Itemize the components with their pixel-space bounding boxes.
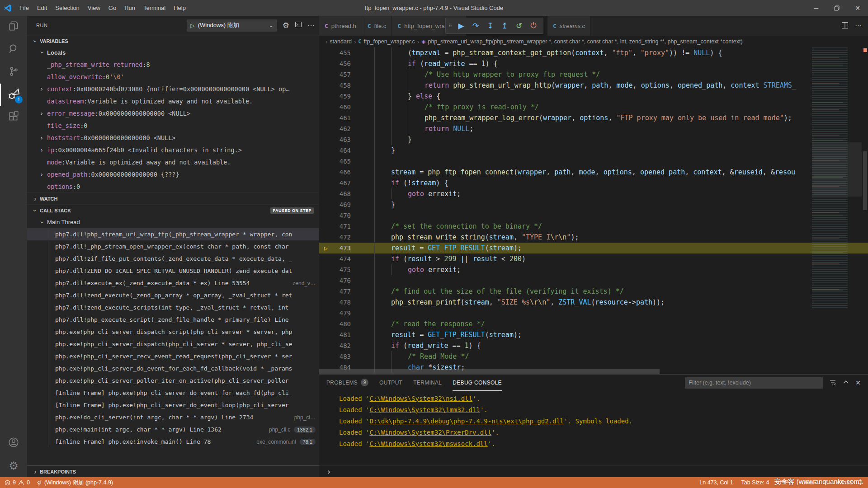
editor-gutter[interactable]: 480 (319, 319, 363, 329)
watch-section-header[interactable]: › WATCH (27, 192, 319, 204)
editor-gutter[interactable]: 461 (319, 113, 363, 123)
dll-path-link[interactable]: C:\Windows\System32\nsi.dll (369, 395, 472, 402)
dll-path-link[interactable]: D:\dk\php-7.4.9\debug\php-7.4.9-nts\ext\… (369, 418, 564, 425)
editor-gutter[interactable]: 472 (319, 232, 363, 243)
stack-frame-row[interactable]: php.exe!php_cli_server_do_event_for_each… (27, 362, 319, 375)
stack-frame-row[interactable]: php7.dll!php_execute_script(_zend_file_h… (27, 314, 319, 326)
variable-row[interactable]: ›opened_path: 0x0000000000000000 {???} (27, 168, 319, 180)
horizontal-scrollbar[interactable] (319, 369, 660, 374)
variable-row[interactable]: allow_overwrite: 0 '\0' (27, 70, 319, 83)
console-filter-input[interactable]: Filter (e.g. text, !exclude) (685, 377, 823, 389)
breadcrumb-item[interactable]: standard (330, 38, 352, 45)
variable-row[interactable]: file_size: 0 (27, 119, 319, 131)
panel-tab-output[interactable]: OUTPUT (379, 375, 402, 391)
editor-gutter[interactable]: 476 (319, 275, 363, 286)
split-editor-icon[interactable] (841, 22, 849, 30)
stack-frame-row[interactable]: php7.dll!php_stream_url_wrap_ftp(_php_st… (27, 228, 319, 240)
breakpoints-section-header[interactable]: › BREAKPOINTS (27, 465, 319, 477)
minimap-slider[interactable] (812, 142, 862, 197)
editor-gutter[interactable]: 467 (319, 178, 363, 188)
editor-gutter[interactable]: 459 (319, 91, 363, 102)
debug-config-dropdown[interactable]: ▷ (Windows) 附加 ⌄ (187, 19, 277, 32)
variable-row[interactable]: ›ip: 0x0000004a665f24b0 <Invalid charact… (27, 144, 319, 156)
menu-terminal[interactable]: Terminal (139, 0, 170, 16)
activity-explorer[interactable] (0, 16, 27, 38)
continue-button[interactable]: ▶ (454, 19, 468, 33)
stack-frame-row[interactable]: php7.dll!zif_file_put_contents(_zend_exe… (27, 253, 319, 265)
filter-icon[interactable] (829, 379, 836, 387)
editor-gutter[interactable]: 483 (319, 351, 363, 362)
menu-help[interactable]: Help (170, 0, 190, 16)
maximize-panel-icon[interactable] (843, 379, 849, 387)
restart-button[interactable]: ↺ (512, 19, 526, 33)
problems-status[interactable]: 9 0 (5, 479, 30, 486)
menu-file[interactable]: File (15, 0, 33, 16)
variable-row[interactable]: _php_stream_write returned: 8 (27, 58, 319, 70)
menu-edit[interactable]: Edit (33, 0, 51, 16)
minimize-button[interactable]: ─ (806, 0, 826, 16)
status-item-win32[interactable]: Win32 (837, 479, 853, 486)
stack-frame-row[interactable]: [Inline Frame] php.exe!invoke_main() Lin… (27, 436, 319, 448)
breadcrumb-item[interactable]: php_stream_url_wrap_ftp(php_stream_wrapp… (428, 38, 742, 45)
locals-scope-row[interactable]: › Locals (27, 47, 319, 58)
stack-frame-row[interactable]: php7.dll!zend_execute_scripts(int type, … (27, 301, 319, 314)
editor-gutter[interactable]: 466 (319, 167, 363, 178)
call-stack-section-header[interactable]: › CALL STACK PAUSED ON STEP (27, 204, 319, 216)
variables-section-header[interactable]: › VARIABLES (27, 35, 319, 47)
editor-gutter[interactable]: 478 (319, 297, 363, 308)
debug-console-icon[interactable] (295, 21, 302, 30)
variable-row[interactable]: ›context: 0x00000240bd073080 {notifier=0… (27, 83, 319, 95)
code-editor[interactable]: 455(tmpzval = php_stream_context_get_opt… (319, 47, 868, 374)
scrollbar-thumb[interactable] (863, 151, 867, 210)
activity-account[interactable] (0, 432, 27, 455)
editor-gutter[interactable]: 468 (319, 188, 363, 199)
dll-path-link[interactable]: C:\Windows\System32\mswsock.dll (369, 440, 487, 447)
variable-row[interactable]: ›hoststart: 0x0000000000000000 <NULL> (27, 131, 319, 144)
menu-selection[interactable]: Selection (51, 0, 83, 16)
more-actions-icon[interactable]: ⋯ (855, 22, 862, 30)
variable-row[interactable]: datastream: Variable is optimized away a… (27, 95, 319, 107)
stack-frame-row[interactable]: php7.dll!execute_ex(_zend_execute_data *… (27, 277, 319, 289)
editor-gutter[interactable]: 458 (319, 80, 363, 91)
variable-row[interactable]: options: 0 (27, 180, 319, 192)
dll-path-link[interactable]: C:\Windows\System32\imm32.dll (369, 406, 480, 413)
stack-frame-row[interactable]: php7.dll!ZEND_DO_ICALL_SPEC_RETVAL_UNUSE… (27, 265, 319, 277)
editor-gutter[interactable]: 460 (319, 102, 363, 113)
editor-gutter[interactable]: 475 (319, 264, 363, 275)
main-thread-row[interactable]: › Main Thread (27, 216, 319, 228)
editor-gutter[interactable]: 479 (319, 308, 363, 319)
stack-frame-row[interactable]: php7.dll!zend_execute(_zend_op_array * o… (27, 289, 319, 301)
panel-tab-terminal[interactable]: TERMINAL (413, 375, 442, 391)
debug-console-input[interactable]: › (319, 465, 868, 477)
status-item-utf-8[interactable]: UTF-8 (777, 479, 793, 486)
editor-gutter[interactable]: 469 (319, 199, 363, 210)
toolbar-grip-handle[interactable]: ⠿ (448, 23, 452, 29)
editor-gutter[interactable]: 474 (319, 253, 363, 264)
status-item-ln-473-col-1[interactable]: Ln 473, Col 1 (699, 479, 733, 486)
menu-view[interactable]: View (84, 0, 104, 16)
editor-gutter[interactable]: 471 (319, 221, 363, 232)
stack-frame-row[interactable]: php.exe!php_cli_server_dispatch(php_cli_… (27, 338, 319, 350)
activity-run-debug[interactable]: 1 (0, 84, 27, 106)
status-item-crlf[interactable]: CRLF (802, 479, 816, 486)
stack-frame-row[interactable]: php.exe!php_cli_server_poller_iter_on_ac… (27, 375, 319, 387)
status-item-c[interactable]: C (825, 479, 829, 486)
bell-icon[interactable] (857, 479, 863, 486)
activity-extensions[interactable] (0, 106, 27, 129)
step-over-button[interactable]: ↷ (469, 19, 482, 33)
activity-search[interactable] (0, 38, 27, 61)
close-button[interactable]: ✕ (847, 0, 868, 16)
editor-gutter[interactable]: 465 (319, 156, 363, 167)
tab-file-c[interactable]: Cfile.c (362, 16, 392, 36)
stack-frame-row[interactable]: php7.dll!_php_stream_open_wrapper_ex(con… (27, 240, 319, 253)
variable-row[interactable]: mode: Variable is optimized away and not… (27, 156, 319, 168)
step-out-button[interactable]: ↥ (498, 19, 511, 33)
editor-gutter[interactable]: 464 (319, 145, 363, 156)
restore-button[interactable] (826, 0, 847, 16)
start-debug-icon[interactable]: ▷ (190, 22, 195, 29)
editor-gutter[interactable]: 457 (319, 69, 363, 80)
stack-frame-row[interactable]: [Inline Frame] php.exe!php_cli_server_do… (27, 399, 319, 411)
more-actions-icon[interactable]: ⋯ (307, 21, 315, 30)
panel-tab-problems[interactable]: PROBLEMS9 (326, 375, 368, 391)
stack-frame-row[interactable]: php.exe!php_cli_server_recv_event_read_r… (27, 350, 319, 362)
